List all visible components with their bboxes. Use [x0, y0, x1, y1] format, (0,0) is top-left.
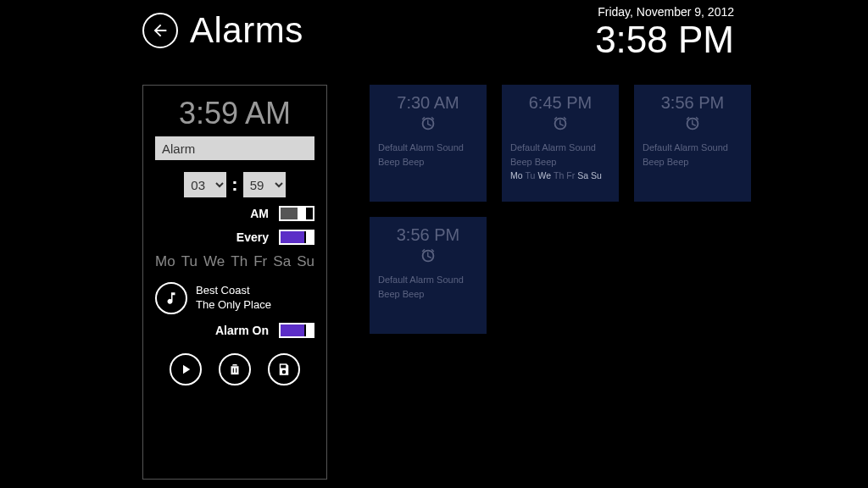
- sound-text: Best Coast The Only Place: [196, 284, 271, 313]
- alarm-name-input[interactable]: [155, 136, 314, 160]
- repeat-label: Every: [236, 230, 269, 244]
- day-fr[interactable]: Fr: [253, 253, 267, 270]
- ampm-label: AM: [250, 207, 269, 220]
- current-date: Friday, November 9, 2012: [595, 5, 734, 19]
- sound-picker-button[interactable]: [155, 282, 187, 314]
- play-button[interactable]: [170, 353, 202, 385]
- tile-sound-line1: Default Alarm Sound: [643, 141, 728, 155]
- tile-time: 6:45 PM: [529, 93, 592, 113]
- alarm-clock-icon: [419, 114, 437, 136]
- delete-button[interactable]: [219, 353, 251, 385]
- tile-sound-line2: Beep Beep: [643, 155, 688, 169]
- hour-select[interactable]: 03: [184, 172, 226, 197]
- tile-sound-line1: Default Alarm Sound: [378, 141, 464, 155]
- minute-select[interactable]: 59: [243, 172, 286, 197]
- alarm-clock-icon: [419, 247, 437, 268]
- alarm-clock-icon: [551, 114, 570, 136]
- save-icon: [276, 362, 292, 377]
- sound-track: The Only Place: [196, 298, 271, 313]
- editor-time-display: 3:59 AM: [179, 96, 291, 131]
- tile-time: 7:30 AM: [397, 93, 459, 113]
- clock: Friday, November 9, 2012 3:58 PM: [595, 5, 734, 61]
- day-sa[interactable]: Sa: [273, 253, 291, 270]
- play-icon: [178, 362, 193, 377]
- music-note-icon: [164, 291, 179, 306]
- day-mo[interactable]: Mo: [155, 253, 175, 270]
- alarm-editor-panel: 3:59 AM 03 : 59 AM Every Mo Tu We Th Fr …: [142, 85, 327, 480]
- alarm-on-toggle[interactable]: [279, 323, 314, 338]
- day-su[interactable]: Su: [297, 253, 314, 270]
- alarm-on-label: Alarm On: [215, 324, 269, 337]
- trash-icon: [227, 362, 242, 377]
- day-th[interactable]: Th: [231, 253, 248, 270]
- time-separator: :: [231, 174, 237, 196]
- back-button[interactable]: [142, 13, 178, 48]
- alarm-tile[interactable]: 3:56 PMDefault Alarm SoundBeep Beep: [634, 85, 751, 202]
- alarm-tile[interactable]: 6:45 PMDefault Alarm SoundBeep BeepMoTuW…: [502, 85, 619, 202]
- page-title: Alarms: [190, 10, 303, 51]
- tile-sound-line2: Beep Beep: [378, 287, 424, 302]
- alarm-clock-icon: [683, 114, 702, 136]
- tile-time: 3:56 PM: [397, 225, 459, 245]
- alarm-tile[interactable]: 3:56 PMDefault Alarm SoundBeep Beep: [370, 217, 487, 334]
- days-row: Mo Tu We Th Fr Sa Su: [155, 253, 314, 270]
- current-time: 3:58 PM: [595, 19, 734, 61]
- arrow-left-icon: [151, 21, 170, 40]
- tile-sound-line1: Default Alarm Sound: [510, 141, 596, 155]
- alarm-tile[interactable]: 7:30 AMDefault Alarm SoundBeep Beep: [370, 85, 487, 202]
- tile-sound-line2: Beep Beep: [378, 155, 424, 169]
- tile-days: MoTuWeThFrSaSu: [510, 170, 604, 180]
- tile-sound-line1: Default Alarm Sound: [378, 273, 464, 287]
- sound-artist: Best Coast: [196, 284, 271, 298]
- day-tu[interactable]: Tu: [181, 253, 198, 270]
- ampm-toggle[interactable]: [279, 206, 314, 221]
- day-we[interactable]: We: [203, 253, 225, 270]
- save-button[interactable]: [268, 353, 300, 385]
- alarm-tiles-grid: 7:30 AMDefault Alarm SoundBeep Beep6:45 …: [370, 85, 827, 480]
- tile-time: 3:56 PM: [661, 93, 724, 113]
- tile-sound-line2: Beep Beep: [510, 155, 556, 169]
- repeat-toggle[interactable]: [279, 230, 314, 245]
